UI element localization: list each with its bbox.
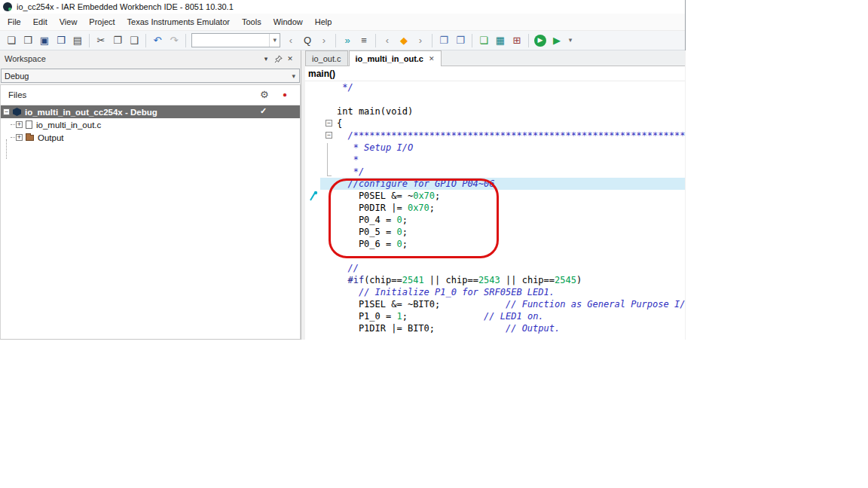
open-file-icon: ❒ xyxy=(23,35,32,45)
declarations-list-icon: ≡ xyxy=(361,35,367,45)
previous-bookmark-icon[interactable]: ‹ xyxy=(379,33,396,48)
breakpoint-margin[interactable] xyxy=(305,298,320,310)
tree-item-io-multi-in-out-c[interactable]: +io_multi_in_out.c xyxy=(1,118,300,131)
code-editor[interactable]: */int main(void)−{− /*******************… xyxy=(305,81,685,340)
cut-icon[interactable]: ✂ xyxy=(93,33,109,48)
find-combobox[interactable]: ▾ xyxy=(191,33,280,47)
menu-texas-instruments-emulator[interactable]: Texas Instruments Emulator xyxy=(121,15,236,29)
breakpoint-margin[interactable] xyxy=(305,250,320,262)
print-icon[interactable]: ▤ xyxy=(69,33,86,48)
breakpoint-margin[interactable] xyxy=(305,81,320,93)
toolbar-separator xyxy=(145,34,146,47)
find-previous-icon[interactable]: ‹ xyxy=(283,33,299,48)
tab-io-multi-in-out-c[interactable]: io_multi_in_out.c✕ xyxy=(349,50,442,66)
project-icon xyxy=(13,108,21,116)
breakpoint-margin[interactable] xyxy=(305,105,320,117)
open-header-file-icon[interactable]: ❐ xyxy=(436,33,452,48)
chevron-down-icon: ▾ xyxy=(288,72,299,80)
fold-collapse-icon[interactable]: − xyxy=(326,132,332,139)
search-icon[interactable]: Q xyxy=(299,33,316,48)
debug-without-downloading-icon[interactable]: ▶ xyxy=(549,33,565,48)
open-file-icon[interactable]: ❒ xyxy=(20,33,36,48)
workspace-menu-icon[interactable]: ▾ xyxy=(260,53,272,65)
code-text: P0_4 = 0; xyxy=(337,214,685,226)
debug-chip-icon[interactable]: ⊞ xyxy=(509,33,525,48)
breakpoint-margin[interactable] xyxy=(305,142,320,154)
code-line xyxy=(305,93,685,105)
paste-icon[interactable]: ❑ xyxy=(126,33,142,48)
tree-item-output[interactable]: +Output xyxy=(1,131,300,144)
breakpoint-margin[interactable] xyxy=(305,310,320,322)
make-icon[interactable]: ▦ xyxy=(492,33,509,48)
print-icon: ▤ xyxy=(73,35,82,45)
tree-item-io-multi-in-out-cc254x-debug[interactable]: −io_multi_in_out_cc254x - Debug✓ xyxy=(1,105,300,118)
close-icon[interactable]: ✕ xyxy=(284,53,296,65)
fold-collapse-icon[interactable]: − xyxy=(326,120,332,127)
menu-help[interactable]: Help xyxy=(309,15,338,29)
goto-definition-icon[interactable]: ❐ xyxy=(452,33,469,48)
breakpoint-margin[interactable] xyxy=(305,130,320,142)
fold-margin xyxy=(320,190,337,202)
fold-margin xyxy=(320,166,337,178)
toolbar-separator xyxy=(335,34,336,47)
expand-icon[interactable]: + xyxy=(16,121,23,128)
tab-io-out-c[interactable]: io_out.c xyxy=(305,50,348,66)
breakpoint-margin[interactable] xyxy=(305,166,320,178)
copy-icon[interactable]: ❐ xyxy=(109,33,126,48)
save-icon: ▣ xyxy=(40,35,49,45)
collapse-icon[interactable]: − xyxy=(3,108,10,115)
code-line xyxy=(305,250,685,262)
next-bookmark-icon[interactable]: › xyxy=(412,33,429,48)
undo-icon[interactable]: ↶ xyxy=(149,33,166,48)
workspace-header: Workspace ▾✕ xyxy=(0,50,301,67)
menu-tools[interactable]: Tools xyxy=(236,15,267,29)
breakpoint-margin[interactable] xyxy=(305,214,320,226)
search-icon: Q xyxy=(304,35,311,45)
declarations-list-icon[interactable]: ≡ xyxy=(356,33,372,48)
breakpoint-margin[interactable] xyxy=(305,238,320,250)
gear-icon[interactable]: ⚙ xyxy=(260,89,269,100)
download-and-debug-icon[interactable]: ▶ xyxy=(532,33,549,48)
breakpoint-margin[interactable] xyxy=(305,262,320,274)
redo-icon[interactable]: ↷ xyxy=(166,33,182,48)
fold-margin xyxy=(320,93,337,105)
breakpoint-margin[interactable] xyxy=(305,178,320,190)
paste-icon: ❑ xyxy=(130,35,139,45)
breakpoint-margin[interactable] xyxy=(305,322,320,334)
make-icon: ▦ xyxy=(496,35,505,45)
window-title: io_cc254x - IAR Embedded Workbench IDE -… xyxy=(17,2,234,11)
tree-item-label: io_multi_in_out_cc254x - Debug xyxy=(25,108,157,117)
save-all-icon[interactable]: ❒ xyxy=(53,33,69,48)
configuration-selector[interactable]: Debug ▾ xyxy=(1,69,300,83)
breakpoint-margin[interactable] xyxy=(305,202,320,214)
workspace-title: Workspace xyxy=(5,54,260,63)
breakpoint-margin[interactable] xyxy=(305,226,320,238)
menu-file[interactable]: File xyxy=(2,15,27,29)
debug-chip-icon: ⊞ xyxy=(513,35,521,45)
screen: io_cc254x - IAR Embedded Workbench IDE -… xyxy=(0,0,868,488)
breakpoint-margin[interactable] xyxy=(305,190,320,202)
toggle-bookmark-icon[interactable]: ◆ xyxy=(396,33,412,48)
breakpoint-margin[interactable] xyxy=(305,286,320,298)
pin-icon[interactable] xyxy=(272,53,284,65)
code-line: * Setup I/O xyxy=(305,142,685,154)
breakpoint-margin[interactable] xyxy=(305,154,320,166)
menu-window[interactable]: Window xyxy=(267,15,309,29)
expand-icon[interactable]: + xyxy=(16,134,23,141)
close-tab-icon[interactable]: ✕ xyxy=(429,55,435,63)
find-next-icon[interactable]: › xyxy=(316,33,332,48)
code-line: P0_6 = 0; xyxy=(305,238,685,250)
compile-file-icon[interactable]: ❏ xyxy=(475,33,492,48)
breakpoint-margin[interactable] xyxy=(305,117,320,130)
breakpoint-margin[interactable] xyxy=(305,274,320,286)
menu-view[interactable]: View xyxy=(53,15,84,29)
menu-edit[interactable]: Edit xyxy=(27,15,53,29)
code-text: /***************************************… xyxy=(337,130,685,142)
breakpoint-margin[interactable] xyxy=(305,93,320,105)
new-document-icon[interactable]: ❏ xyxy=(3,33,20,48)
code-line: P1SEL &= ~BIT0; // Function as General P… xyxy=(305,298,685,310)
menu-project[interactable]: Project xyxy=(83,15,121,29)
go-to-icon[interactable]: » xyxy=(339,33,356,48)
save-icon[interactable]: ▣ xyxy=(36,33,53,48)
toolbar-overflow-icon[interactable]: ▾ xyxy=(565,33,576,48)
